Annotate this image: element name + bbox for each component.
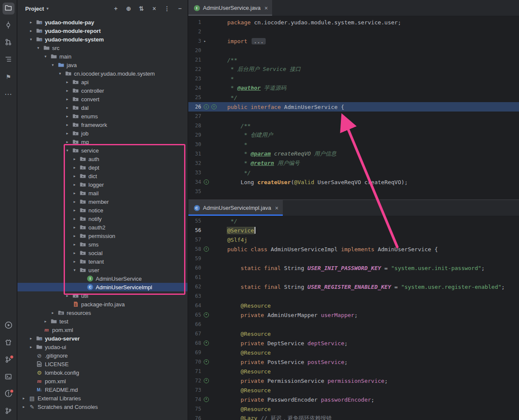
- code-line-58[interactable]: 58↑public class AdminUserServiceImpl imp…: [188, 244, 519, 254]
- tree-item-user[interactable]: ▾user: [18, 266, 188, 274]
- code-line-64[interactable]: 64 @Resource: [188, 301, 519, 310]
- bean-marker-icon[interactable]: •: [204, 378, 209, 383]
- close-icon[interactable]: ×: [275, 205, 279, 211]
- pull-requests-icon[interactable]: [3, 37, 15, 49]
- problems-icon[interactable]: [3, 388, 15, 400]
- project-view-selector[interactable]: Project ▾: [25, 6, 49, 12]
- fold-icon[interactable]: ▸: [204, 39, 206, 43]
- chevron-right-icon[interactable]: ▸: [21, 405, 26, 409]
- code-line-20[interactable]: 20: [188, 46, 519, 55]
- project-icon[interactable]: [3, 3, 15, 15]
- tree-item-java[interactable]: ▾java: [18, 61, 188, 69]
- tab-adminuserserviceimpl-java[interactable]: C AdminUserServiceImpl.java ×: [188, 200, 283, 216]
- code-line-2[interactable]: 2: [188, 27, 519, 36]
- tree-item-sms[interactable]: ▸sms: [18, 240, 188, 249]
- tab-adminuserservice-java[interactable]: I AdminUserService.java ×: [188, 0, 272, 16]
- chevron-down-icon[interactable]: ▾: [65, 148, 70, 153]
- implementing-marker-icon[interactable]: ↑: [204, 247, 209, 252]
- code-line-74[interactable]: 74• private PasswordEncoder passwordEnco…: [188, 395, 519, 404]
- structure-icon[interactable]: [3, 54, 15, 66]
- code-line-70[interactable]: 70• private PostService postService;: [188, 357, 519, 367]
- tree-item-pom-xml[interactable]: mpom.xml: [18, 377, 188, 385]
- code-line-30[interactable]: 30 *: [188, 140, 519, 149]
- code-line-62[interactable]: 62 static final String USER_REGISTER_ENA…: [188, 282, 519, 291]
- chevron-right-icon[interactable]: ▸: [72, 259, 77, 264]
- chevron-right-icon[interactable]: ▸: [72, 234, 77, 238]
- chevron-down-icon[interactable]: ▾: [43, 54, 48, 59]
- chevron-down-icon[interactable]: ▾: [72, 268, 77, 272]
- tree-item-enums[interactable]: ▸enums: [18, 112, 188, 120]
- tree-item-notify[interactable]: ▸notify: [18, 214, 188, 223]
- tree-item-tenant[interactable]: ▸tenant: [18, 257, 188, 266]
- implementing-marker-icon[interactable]: ↑: [211, 104, 217, 109]
- bean-marker-icon[interactable]: •: [204, 397, 209, 402]
- hide-panel-icon[interactable]: −: [176, 5, 183, 12]
- code-line-69[interactable]: 69 @Resource: [188, 348, 519, 357]
- chevron-right-icon[interactable]: ▸: [28, 336, 34, 341]
- code-line-76[interactable]: 76 @Lazy // 延迟，避免循环依赖报错: [188, 414, 519, 420]
- tree-item-yudao-module-pay[interactable]: ▸yudao-module-pay: [18, 18, 188, 26]
- code-line-59[interactable]: 59: [188, 254, 519, 263]
- tree-item-api[interactable]: ▸api: [18, 78, 188, 86]
- tree-item-logger[interactable]: ▸logger: [18, 180, 188, 189]
- chevron-right-icon[interactable]: ▸: [65, 140, 70, 144]
- tree-item--gitignore[interactable]: ⊘.gitignore: [18, 351, 188, 360]
- tree-item-test[interactable]: ▸test: [18, 317, 188, 326]
- code-line-57[interactable]: 57@Slf4j: [188, 235, 519, 244]
- tree-item-readme-md[interactable]: M↓README.md: [18, 385, 188, 394]
- tree-item-yudao-module-system[interactable]: ▾yudao-module-system: [18, 35, 188, 44]
- chevron-right-icon[interactable]: ▸: [28, 29, 34, 33]
- tree-item-external-libraries[interactable]: ▸▤External Libraries: [18, 394, 188, 402]
- tree-item-package-info-java[interactable]: package-info.java: [18, 300, 188, 308]
- chevron-right-icon[interactable]: ▸: [72, 251, 77, 255]
- chevron-right-icon[interactable]: ▸: [65, 294, 70, 298]
- implemented-marker-icon[interactable]: ↓: [204, 104, 209, 109]
- bookmarks-icon[interactable]: ⚑: [3, 71, 15, 83]
- expand-all-icon[interactable]: ⇅: [138, 5, 145, 12]
- chevron-right-icon[interactable]: ▸: [72, 182, 77, 187]
- more-options-icon[interactable]: ⋮: [164, 5, 170, 12]
- tree-item-cn-iocoder-yudao-module-system[interactable]: ▾cn.iocoder.yudao.module.system: [18, 69, 188, 78]
- collapse-all-icon[interactable]: ×: [151, 5, 158, 12]
- tree-item-permission[interactable]: ▸permission: [18, 232, 188, 240]
- tree-item-pom-xml[interactable]: mpom.xml: [18, 326, 188, 334]
- tree-item-mail[interactable]: ▸mail: [18, 189, 188, 197]
- code-line-75[interactable]: 75 @Resource: [188, 404, 519, 414]
- code-line-21[interactable]: 21/**: [188, 55, 519, 65]
- code-line-72[interactable]: 72• private PermissionService permission…: [188, 376, 519, 385]
- code-line-24[interactable]: 24 * @author 芋道源码: [188, 83, 519, 93]
- chevron-right-icon[interactable]: ▸: [65, 80, 70, 84]
- tree-item-dal[interactable]: ▸dal: [18, 103, 188, 112]
- code-line-68[interactable]: 68• private DeptService deptService;: [188, 338, 519, 348]
- code-line-25[interactable]: 25 */: [188, 93, 519, 102]
- git-icon[interactable]: [3, 405, 15, 417]
- code-line-55[interactable]: 55 */: [188, 216, 519, 226]
- code-line-1[interactable]: 1package cn.iocoder.yudao.module.system.…: [188, 18, 519, 27]
- tree-item-yudao-server[interactable]: ▸yudao-server: [18, 334, 188, 343]
- tree-item-adminuserservice[interactable]: IAdminUserService: [18, 274, 188, 283]
- commit-icon[interactable]: [3, 20, 15, 32]
- code-line-3[interactable]: 3▸import ...: [188, 36, 519, 46]
- code-line-28[interactable]: 28 /**: [188, 121, 519, 130]
- tree-item-social[interactable]: ▸social: [18, 249, 188, 257]
- code-line-66[interactable]: 66: [188, 320, 519, 329]
- code-line-31[interactable]: 31 * @param createReqVO 用户信息: [188, 149, 519, 159]
- code-line-27[interactable]: 27: [188, 112, 519, 121]
- run-icon[interactable]: [3, 320, 15, 332]
- chevron-right-icon[interactable]: ▸: [28, 345, 34, 349]
- tree-item-src[interactable]: ▾src: [18, 44, 188, 52]
- implemented-marker-icon[interactable]: ↓: [204, 179, 209, 185]
- bean-marker-icon[interactable]: •: [204, 312, 209, 317]
- chevron-right-icon[interactable]: ▸: [65, 123, 70, 127]
- tree-item-dept[interactable]: ▸dept: [18, 163, 188, 172]
- chevron-right-icon[interactable]: ▸: [65, 97, 70, 101]
- tree-item-controller[interactable]: ▸controller: [18, 86, 188, 95]
- code-line-22[interactable]: 22 * 后台用户 Service 接口: [188, 65, 519, 74]
- chevron-down-icon[interactable]: ▾: [35, 46, 41, 50]
- chevron-right-icon[interactable]: ▸: [43, 319, 48, 323]
- locate-icon[interactable]: ⊕: [125, 5, 132, 12]
- tree-item-yudao-ui[interactable]: ▸yudao-ui: [18, 343, 188, 351]
- add-icon[interactable]: +: [112, 5, 119, 12]
- code-line-35[interactable]: 35: [188, 187, 519, 196]
- code-line-33[interactable]: 33 */: [188, 168, 519, 177]
